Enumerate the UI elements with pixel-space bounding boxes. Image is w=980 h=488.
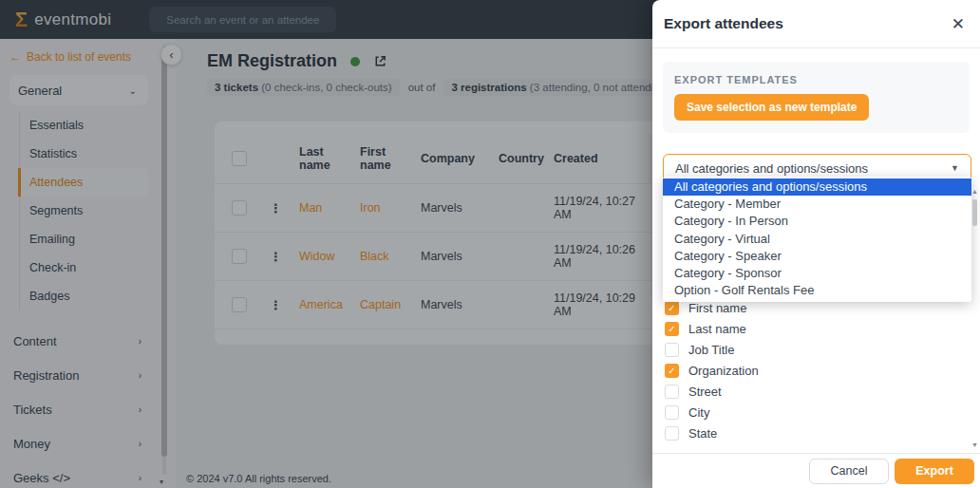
cancel-button[interactable]: Cancel: [809, 459, 889, 484]
dropdown-option-all-categories[interactable]: All categories and options/sessions: [663, 178, 971, 196]
save-template-button[interactable]: Save selection as new template: [674, 94, 869, 121]
export-button[interactable]: Export: [895, 459, 974, 484]
panel-footer: Cancel Export: [652, 453, 980, 488]
field-row-state[interactable]: State: [665, 422, 961, 443]
select-caret-icon: ▼: [951, 163, 959, 173]
field-label: City: [688, 405, 709, 420]
scrollbar-down-arrow-icon[interactable]: ▼: [971, 441, 978, 448]
categories-dropdown-list: All categories and options/sessions Cate…: [663, 177, 971, 302]
panel-scrollbar[interactable]: ▲ ▼: [971, 188, 979, 448]
field-label: Organization: [688, 364, 759, 378]
export-templates-label: EXPORT TEMPLATES: [674, 74, 958, 85]
checkbox-unchecked-icon[interactable]: [665, 405, 679, 420]
field-row-organization[interactable]: ✓ Organization: [665, 360, 961, 381]
field-row-last-name[interactable]: ✓ Last name: [665, 318, 961, 339]
field-label: Street: [688, 385, 722, 399]
dropdown-option-virtual[interactable]: Category - Virtual: [663, 231, 971, 248]
scrollbar-thumb[interactable]: [972, 199, 977, 226]
panel-title: Export attendees: [664, 15, 783, 32]
scrollbar-up-arrow-icon[interactable]: ▲: [971, 188, 978, 195]
export-templates-card: EXPORT TEMPLATES Save selection as new t…: [663, 62, 970, 133]
field-label: Last name: [688, 322, 746, 336]
dropdown-option-golf-rentals[interactable]: Option - Golf Rentals Fee: [663, 282, 971, 299]
close-icon[interactable]: ✕: [952, 16, 965, 32]
dropdown-option-member[interactable]: Category - Member: [663, 196, 971, 213]
checkbox-checked-icon[interactable]: ✓: [665, 301, 679, 315]
field-row-city[interactable]: City: [665, 402, 961, 422]
field-label: First name: [688, 301, 746, 315]
checkbox-checked-icon[interactable]: ✓: [665, 322, 679, 336]
checkbox-checked-icon[interactable]: ✓: [665, 364, 679, 378]
checkbox-unchecked-icon[interactable]: [665, 426, 679, 441]
export-fields-list: ✓ First name ✓ Last name Job Title ✓ Org…: [665, 297, 961, 443]
dropdown-option-in-person[interactable]: Category - In Person: [663, 213, 971, 230]
field-label: Job Title: [688, 343, 734, 357]
field-row-street[interactable]: Street: [665, 381, 961, 402]
categories-select-value: All categories and options/sessions: [675, 161, 868, 176]
dropdown-option-sponsor[interactable]: Category - Sponsor: [663, 265, 971, 282]
field-row-job-title[interactable]: Job Title: [665, 339, 961, 360]
field-label: State: [688, 426, 717, 441]
export-attendees-panel: Export attendees ✕ EXPORT TEMPLATES Save…: [652, 0, 980, 488]
checkbox-unchecked-icon[interactable]: [665, 385, 679, 399]
checkbox-unchecked-icon[interactable]: [665, 343, 679, 357]
dropdown-option-speaker[interactable]: Category - Speaker: [663, 248, 971, 265]
